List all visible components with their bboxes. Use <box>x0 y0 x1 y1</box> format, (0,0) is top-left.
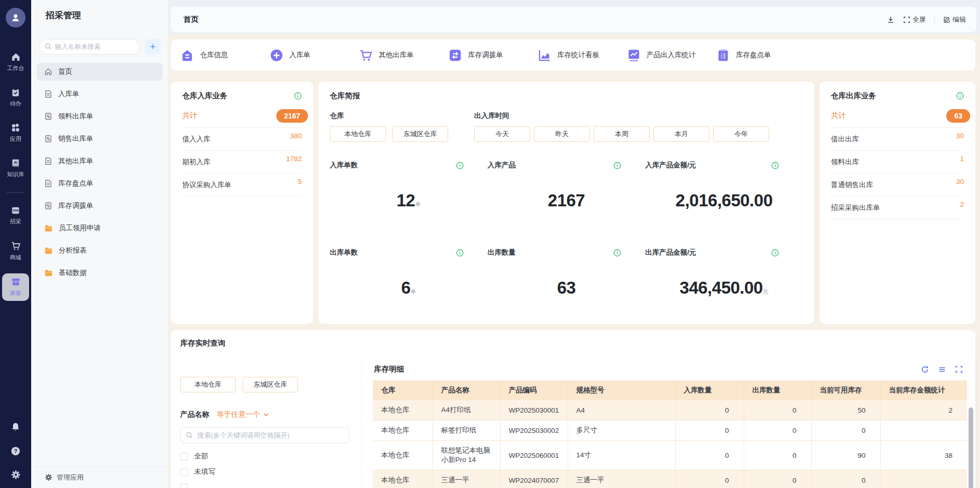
sidebar-item-transfer-order[interactable]: 库存调拨单 <box>36 197 163 215</box>
quick-link-warehouse-info[interactable]: 仓库信息 <box>180 48 270 62</box>
info-icon[interactable] <box>956 92 964 100</box>
avatar[interactable] <box>6 8 25 28</box>
quick-link-transfer-order[interactable]: 库存调拨单 <box>448 48 538 62</box>
info-icon[interactable] <box>456 162 464 169</box>
column-header[interactable]: 当前库存金额统计 <box>880 380 967 400</box>
business-row[interactable]: 普通销售出库 30 <box>831 174 964 196</box>
gear-icon[interactable] <box>11 470 21 480</box>
column-header[interactable]: 入库数量 <box>675 380 744 400</box>
cell-inbound-qty: 0 <box>675 400 744 420</box>
warehouse-filter-button[interactable]: 东城区仓库 <box>392 126 448 142</box>
help-icon[interactable]: ? <box>10 446 21 456</box>
cell-product-name: 三通一平 <box>433 470 500 488</box>
rail-item-knowledge[interactable]: AI 知识库 <box>2 155 29 182</box>
fullscreen-icon <box>903 16 910 23</box>
operator-dropdown[interactable]: 等于任意一个 <box>217 410 269 419</box>
quick-link-stocktake-order[interactable]: 库存盘点单 <box>716 48 806 62</box>
table-row[interactable]: 本地仓库 标签打印纸 WP2025030002 多尺寸 0 0 0 <box>373 420 967 441</box>
quick-link-other-outbound[interactable]: 其他出库单 <box>359 48 448 62</box>
column-header[interactable]: 仓库 <box>373 380 433 400</box>
table-row[interactable]: 本地仓库 联想笔记本电脑小新Pro 14 WP2025060001 14寸 0 … <box>373 441 967 470</box>
sidebar-item-inbound-order[interactable]: 入库单 <box>36 85 163 103</box>
info-icon[interactable] <box>613 249 621 257</box>
quick-link-product-io-stats[interactable]: 产品出入库统计 <box>627 48 716 62</box>
checkbox[interactable] <box>180 468 188 476</box>
download-icon[interactable] <box>887 16 895 24</box>
column-settings-icon[interactable] <box>938 365 946 374</box>
rail-item-srm[interactable]: SRM 招采 <box>2 202 29 229</box>
rail-item-inventory[interactable]: 库存 <box>2 273 29 301</box>
outbound-business-card: 仓库出库业务 共计 63 借出出库 30 领料出库 1 <box>820 82 975 324</box>
rail-item-todo[interactable]: 待办 <box>2 84 29 111</box>
rail-item-workbench[interactable]: 工作台 <box>2 48 29 76</box>
checkbox[interactable] <box>180 453 188 460</box>
warehouse-briefing-card: 仓库简报 仓库 本地仓库 东城区仓库 出入库时间 今天 <box>318 82 814 324</box>
rail-item-mall[interactable]: 商城 <box>2 238 29 265</box>
clipboard-list-icon <box>716 48 730 62</box>
cell-warehouse: 本地仓库 <box>373 470 433 488</box>
sidebar-item-other-outbound[interactable]: 其他出库单 <box>36 152 163 170</box>
bell-icon[interactable] <box>10 422 21 432</box>
document-icon <box>44 90 52 98</box>
time-filter-button-today[interactable]: 今天 <box>474 126 530 142</box>
time-filter-button-this-month[interactable]: 本月 <box>653 126 709 142</box>
sidebar-item-sales-outbound[interactable]: 销售出库单 <box>36 130 163 148</box>
add-button[interactable]: + <box>145 39 160 55</box>
cell-available-stock: 0 <box>811 470 880 488</box>
product-search-input[interactable] <box>180 427 350 443</box>
option-partial[interactable] <box>180 480 354 488</box>
info-icon[interactable] <box>613 162 621 169</box>
refresh-icon[interactable] <box>921 365 929 374</box>
rail-item-apps[interactable]: 应用 <box>2 120 29 147</box>
column-header[interactable]: 产品编码 <box>500 380 568 400</box>
cell-available-stock: 50 <box>811 400 880 420</box>
info-icon[interactable] <box>771 249 779 257</box>
grid-icon <box>11 123 20 133</box>
column-header[interactable]: 当前可用库存 <box>811 380 880 400</box>
info-icon[interactable] <box>294 92 302 100</box>
sidebar-item-picking-outbound[interactable]: 领料出库单 <box>36 108 163 125</box>
sidebar-search-input[interactable] <box>39 39 140 55</box>
warehouse-filter-button[interactable]: 本地仓库 <box>180 377 236 392</box>
business-row[interactable]: 招采采购出库单 2 <box>831 196 964 219</box>
business-row[interactable]: 借出出库 30 <box>831 128 964 151</box>
manage-app-button[interactable]: 管理应用 <box>31 466 168 488</box>
edit-button[interactable]: 编辑 <box>943 15 966 24</box>
table-scrollbar[interactable] <box>969 407 973 488</box>
option-unfilled[interactable]: 未填写 <box>180 464 354 480</box>
fullscreen-button[interactable]: 全屏 <box>903 15 926 24</box>
time-filter-button-this-year[interactable]: 今年 <box>713 126 769 142</box>
table-row[interactable]: 本地仓库 三通一平 WP2024070007 三通一平 0 0 0 <box>373 470 967 488</box>
info-icon[interactable] <box>771 162 779 169</box>
sidebar-item-analysis-reports[interactable]: 分析报表 <box>36 242 163 259</box>
option-all[interactable]: 全部 <box>180 449 354 464</box>
quick-link-stock-dashboard[interactable]: 库存统计看板 <box>538 48 627 62</box>
column-header[interactable]: 出库数量 <box>744 380 811 400</box>
business-row[interactable]: 协议采购入库单 5 <box>182 174 302 196</box>
info-icon[interactable] <box>456 249 464 257</box>
quick-link-inbound-order[interactable]: 入库单 <box>270 48 359 62</box>
stat-inbound-orders: 入库单数 12单 <box>330 161 488 210</box>
time-filter-button-this-week[interactable]: 本周 <box>594 126 650 142</box>
cell-outbound-qty: 0 <box>744 470 811 488</box>
expand-icon[interactable] <box>955 365 963 374</box>
sidebar-item-stocktake-order[interactable]: 库存盘点单 <box>36 175 163 192</box>
table-row[interactable]: 本地仓库 A4打印纸 WP2025030001 A4 0 0 50 2 <box>373 400 967 420</box>
chevron-down-icon <box>263 412 269 418</box>
business-row[interactable]: 借入入库 380 <box>182 128 302 151</box>
warehouse-filter-button[interactable]: 本地仓库 <box>330 126 386 142</box>
sidebar-item-home[interactable]: 首页 <box>36 63 163 81</box>
total-row: 共计 2167 <box>182 101 302 128</box>
total-badge: 63 <box>946 109 970 123</box>
warehouse-filter-button[interactable]: 东城区仓库 <box>243 377 298 392</box>
checkbox[interactable] <box>180 484 188 488</box>
business-row[interactable]: 期初入库 1782 <box>182 151 302 174</box>
column-header[interactable]: 规格型号 <box>568 380 675 400</box>
cell-warehouse: 本地仓库 <box>373 441 433 470</box>
column-header[interactable]: 产品名称 <box>433 380 500 400</box>
business-row[interactable]: 领料出库 1 <box>831 151 964 174</box>
sidebar-item-base-data[interactable]: 基础数据 <box>36 264 163 282</box>
briefing-filters: 仓库 本地仓库 东城区仓库 出入库时间 今天 昨天 本周 <box>330 111 803 142</box>
time-filter-button-yesterday[interactable]: 昨天 <box>534 126 590 142</box>
sidebar-item-employee-requisition[interactable]: 员工领用申请 <box>36 219 163 237</box>
